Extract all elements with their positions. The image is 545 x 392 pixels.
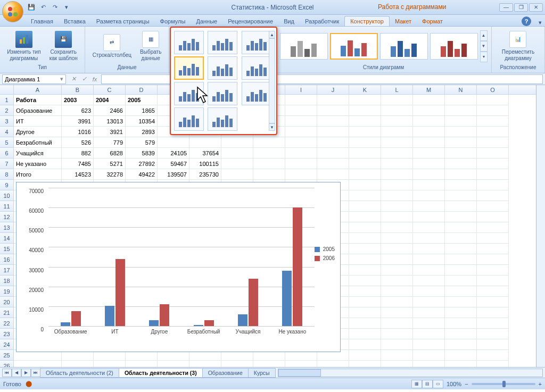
office-button[interactable] xyxy=(2,1,23,22)
cell[interactable] xyxy=(349,180,381,190)
cell[interactable]: 2005 xyxy=(126,95,158,105)
row-header[interactable]: 6 xyxy=(0,148,14,159)
chart-layout-5[interactable] xyxy=(208,56,237,80)
cell[interactable] xyxy=(349,148,381,159)
cell[interactable] xyxy=(349,297,381,307)
cell[interactable]: 623 xyxy=(62,105,94,116)
row-header[interactable]: 20 xyxy=(0,297,14,307)
tab-view[interactable]: Вид xyxy=(278,16,300,26)
cell[interactable] xyxy=(413,222,445,233)
cell[interactable] xyxy=(317,127,349,137)
cell[interactable] xyxy=(445,95,477,105)
sheet-tab[interactable]: Курсы xyxy=(248,368,276,378)
cell[interactable] xyxy=(381,190,413,201)
row-header[interactable]: 19 xyxy=(0,286,14,297)
cell[interactable] xyxy=(413,318,445,329)
cell[interactable]: Не указано xyxy=(14,159,62,169)
cell[interactable] xyxy=(349,95,381,105)
cell[interactable] xyxy=(477,180,509,190)
row-header[interactable]: 25 xyxy=(0,350,14,361)
cell[interactable] xyxy=(381,159,413,169)
cancel-formula-icon[interactable]: ✕ xyxy=(68,76,79,82)
cell[interactable] xyxy=(413,159,445,169)
tab-review[interactable]: Рецензирование xyxy=(222,16,278,26)
cell[interactable] xyxy=(445,127,477,137)
chart-style-1[interactable] xyxy=(280,33,328,60)
cell[interactable] xyxy=(285,137,317,148)
cell[interactable] xyxy=(477,137,509,148)
cell[interactable] xyxy=(477,116,509,127)
cell[interactable]: 139507 xyxy=(158,169,189,180)
close-button[interactable]: ✕ xyxy=(529,3,543,12)
cell[interactable] xyxy=(477,265,509,276)
col-header-L[interactable]: L xyxy=(381,85,413,94)
vertical-scrollbar[interactable] xyxy=(536,85,545,367)
cell[interactable] xyxy=(477,329,509,339)
cell[interactable] xyxy=(381,233,413,244)
cell[interactable]: Итого xyxy=(14,169,62,180)
enter-formula-icon[interactable]: ✓ xyxy=(79,76,89,82)
cell[interactable] xyxy=(477,254,509,265)
cell[interactable] xyxy=(285,169,317,180)
cell[interactable] xyxy=(381,148,413,159)
tab-developer[interactable]: Разработчик xyxy=(300,16,344,26)
chart-layout-9[interactable] xyxy=(242,82,271,105)
cell[interactable] xyxy=(413,233,445,244)
cell[interactable] xyxy=(349,265,381,276)
col-header-D[interactable]: D xyxy=(126,85,158,94)
cell[interactable] xyxy=(477,350,509,361)
chart-style-4[interactable] xyxy=(430,33,478,60)
chart-layout-7[interactable] xyxy=(174,82,204,105)
cell[interactable] xyxy=(445,137,477,148)
col-header-J[interactable]: J xyxy=(317,85,349,94)
cell[interactable] xyxy=(381,350,413,361)
col-header-M[interactable]: M xyxy=(413,85,445,94)
cell[interactable] xyxy=(253,361,285,367)
cell[interactable] xyxy=(413,307,445,318)
tab-layout[interactable]: Макет xyxy=(390,16,417,26)
cell[interactable] xyxy=(477,148,509,159)
cell[interactable] xyxy=(413,276,445,286)
cell[interactable] xyxy=(349,276,381,286)
cell[interactable] xyxy=(381,307,413,318)
cell[interactable] xyxy=(349,159,381,169)
cell[interactable] xyxy=(381,105,413,116)
sheet-tab[interactable]: Область деятельности (2) xyxy=(40,368,119,378)
cell[interactable] xyxy=(221,137,253,148)
tab-data[interactable]: Данные xyxy=(191,16,222,26)
cell[interactable] xyxy=(285,159,317,169)
cell[interactable] xyxy=(349,169,381,180)
cell[interactable]: 14523 xyxy=(62,169,94,180)
cell[interactable] xyxy=(477,244,509,254)
col-header-O[interactable]: O xyxy=(477,85,509,94)
name-box[interactable]: Диаграмма 1▾ xyxy=(2,74,66,84)
cell[interactable] xyxy=(349,116,381,127)
chart-layout-11[interactable] xyxy=(208,107,237,131)
cell[interactable] xyxy=(445,329,477,339)
cell[interactable] xyxy=(253,169,285,180)
row-header[interactable]: 1 xyxy=(0,95,14,105)
cell[interactable]: 2893 xyxy=(126,127,158,137)
col-header-A[interactable]: A xyxy=(14,85,62,94)
cell[interactable] xyxy=(94,361,126,367)
cell[interactable]: 1865 xyxy=(126,105,158,116)
cell[interactable] xyxy=(349,254,381,265)
cell[interactable] xyxy=(413,265,445,276)
sheet-tab[interactable]: Образование xyxy=(202,368,249,378)
cell[interactable] xyxy=(189,137,221,148)
cell[interactable] xyxy=(413,148,445,159)
cell[interactable] xyxy=(158,137,189,148)
cell[interactable] xyxy=(381,297,413,307)
row-header[interactable]: 9 xyxy=(0,180,14,190)
cell[interactable] xyxy=(381,169,413,180)
zoom-in-button[interactable]: + xyxy=(539,381,542,387)
cell[interactable]: 579 xyxy=(126,137,158,148)
cell[interactable]: 7485 xyxy=(62,159,94,169)
row-header[interactable]: 22 xyxy=(0,318,14,329)
cell[interactable] xyxy=(477,286,509,297)
cell[interactable] xyxy=(381,286,413,297)
cell[interactable]: Образование xyxy=(14,105,62,116)
cell[interactable] xyxy=(413,105,445,116)
cell[interactable] xyxy=(445,350,477,361)
cell[interactable] xyxy=(477,95,509,105)
